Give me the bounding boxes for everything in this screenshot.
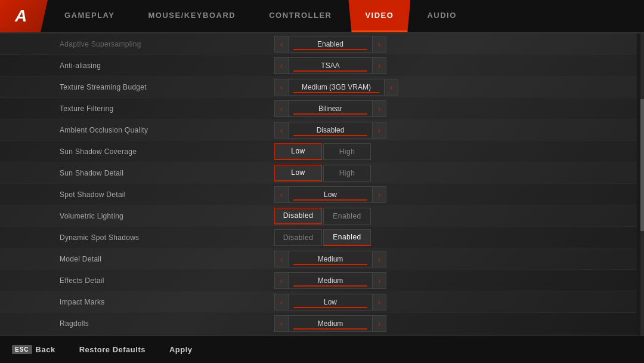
back-label: Back xyxy=(36,345,55,354)
underline-antialiasing xyxy=(293,70,367,72)
row-anti-aliasing: Anti-aliasing ‹ TSAA › xyxy=(0,55,637,76)
label-ambient-occlusion-quality: Ambient Occlusion Quality xyxy=(60,126,274,134)
label-spot-shadow-detail: Spot Shadow Detail xyxy=(60,190,274,199)
underline-ssd xyxy=(293,199,367,201)
value-antialiasing: TSAA xyxy=(293,61,367,70)
tab-video[interactable]: VIDEO xyxy=(348,0,410,32)
value-box-antialiasing: TSAA xyxy=(289,57,372,74)
arrow-left-aoq[interactable]: ‹ xyxy=(274,122,289,139)
arrow-left-ssd[interactable]: ‹ xyxy=(274,186,289,203)
arrow-right-antialiasing[interactable]: › xyxy=(372,57,386,74)
underline-adaptive xyxy=(293,49,367,50)
row-impact-marks: Impact Marks ‹ Low › xyxy=(0,291,637,313)
value-aoq: Disabled xyxy=(293,126,367,134)
value-box-tsb: Medium (3GB VRAM) xyxy=(289,79,384,96)
value-box-md: Medium xyxy=(289,251,372,267)
toggle-high-sun-shadow-coverage[interactable]: High xyxy=(323,143,371,160)
arrow-left-im[interactable]: ‹ xyxy=(274,294,289,310)
control-spot-shadow-detail: ‹ Low › xyxy=(274,186,386,203)
value-ed: Medium xyxy=(293,276,367,285)
row-spot-shadow-detail: Spot Shadow Detail ‹ Low › xyxy=(0,184,637,205)
label-texture-streaming-budget: Texture Streaming Budget xyxy=(60,83,274,91)
row-dynamic-spot-shadows: Dynamic Spot Shadows Disabled Enabled xyxy=(0,227,637,248)
row-texture-streaming-budget: Texture Streaming Budget ‹ Medium (3GB V… xyxy=(0,76,637,98)
toggle-disabled-dynamic-spot[interactable]: Disabled xyxy=(274,229,322,246)
toggle-enabled-volumetric[interactable]: Enabled xyxy=(323,208,371,224)
esc-badge: ESC xyxy=(12,345,32,354)
control-impact-marks: ‹ Low › xyxy=(274,294,386,310)
settings-list: Adaptive Supersampling ‹ Enabled › Anti-… xyxy=(0,33,637,334)
top-navigation: A GAMEPLAY MOUSE/KEYBOARD CONTROLLER VID… xyxy=(0,0,644,33)
value-tf: Bilinear xyxy=(293,104,367,113)
restore-defaults-button[interactable]: Restore Defaults xyxy=(79,345,145,354)
control-texture-filtering: ‹ Bilinear › xyxy=(274,100,386,117)
row-ambient-occlusion-quality: Ambient Occlusion Quality ‹ Disabled › xyxy=(0,119,637,141)
arrow-right-ed[interactable]: › xyxy=(372,272,386,289)
arrow-right-md[interactable]: › xyxy=(372,251,386,267)
toggle-low-sun-shadow-detail[interactable]: Low xyxy=(274,165,322,182)
label-sun-shadow-detail: Sun Shadow Detail xyxy=(60,169,274,177)
arrow-right-ragdolls[interactable]: › xyxy=(372,315,386,332)
label-anti-aliasing: Anti-aliasing xyxy=(60,61,274,70)
tab-gameplay[interactable]: GAMEPLAY xyxy=(48,0,131,32)
row-sun-shadow-detail: Sun Shadow Detail Low High xyxy=(0,162,637,184)
arrow-right-adaptive[interactable]: › xyxy=(372,36,386,53)
label-model-detail: Model Detail xyxy=(60,255,274,263)
arrow-right-aoq[interactable]: › xyxy=(372,122,386,139)
label-ragdolls: Ragdolls xyxy=(60,319,274,328)
toggle-disabled-volumetric[interactable]: Disabled xyxy=(274,208,322,224)
label-impact-marks: Impact Marks xyxy=(60,298,274,306)
value-box-ragdolls: Medium xyxy=(289,315,372,332)
value-ssd: Low xyxy=(293,190,367,199)
restore-defaults-label: Restore Defaults xyxy=(79,345,145,354)
value-box-adaptive: Enabled xyxy=(289,36,372,53)
value-box-ssd: Low xyxy=(289,186,372,203)
tab-controller[interactable]: CONTROLLER xyxy=(252,0,348,32)
arrow-left-ed[interactable]: ‹ xyxy=(274,272,289,289)
back-button[interactable]: ESC Back xyxy=(12,345,55,354)
underline-ragdolls xyxy=(293,328,367,330)
control-ambient-occlusion-quality: ‹ Disabled › xyxy=(274,122,386,139)
row-ragdolls: Ragdolls ‹ Medium › xyxy=(0,313,637,334)
row-effects-detail: Effects Detail ‹ Medium › xyxy=(0,270,637,291)
arrow-right-tsb[interactable]: › xyxy=(384,79,398,96)
label-texture-filtering: Texture Filtering xyxy=(60,104,274,113)
tab-audio[interactable]: AUDIO xyxy=(410,0,473,32)
apex-logo: A xyxy=(15,7,27,26)
control-adaptive-supersampling: ‹ Enabled › xyxy=(274,36,386,53)
label-adaptive-supersampling: Adaptive Supersampling xyxy=(60,40,274,48)
row-volumetric-lighting: Volumetric Lighting Disabled Enabled xyxy=(0,205,637,227)
arrow-right-im[interactable]: › xyxy=(372,294,386,310)
control-model-detail: ‹ Medium › xyxy=(274,251,386,267)
scrollbar[interactable] xyxy=(637,33,644,363)
row-texture-filtering: Texture Filtering ‹ Bilinear › xyxy=(0,98,637,119)
arrow-right-tf[interactable]: › xyxy=(372,100,386,117)
tab-mouse-keyboard[interactable]: MOUSE/KEYBOARD xyxy=(131,0,252,32)
value-im: Low xyxy=(293,298,367,306)
row-adaptive-supersampling: Adaptive Supersampling ‹ Enabled › xyxy=(0,33,637,55)
underline-tf xyxy=(293,113,367,115)
label-dynamic-spot-shadows: Dynamic Spot Shadows xyxy=(60,233,274,242)
logo-area: A xyxy=(0,0,48,32)
row-sun-shadow-coverage: Sun Shadow Coverage Low High xyxy=(0,141,637,162)
apply-label: Apply xyxy=(169,345,193,354)
value-tsb: Medium (3GB VRAM) xyxy=(293,83,379,91)
bottom-bar: ESC Back Restore Defaults Apply xyxy=(0,336,644,363)
arrow-left-tf[interactable]: ‹ xyxy=(274,100,289,117)
underline-aoq xyxy=(293,135,367,136)
arrow-left-tsb[interactable]: ‹ xyxy=(274,79,289,96)
row-model-detail: Model Detail ‹ Medium › xyxy=(0,248,637,270)
arrow-left-md[interactable]: ‹ xyxy=(274,251,289,267)
underline-im xyxy=(293,307,367,308)
arrow-left-antialiasing[interactable]: ‹ xyxy=(274,57,289,74)
arrow-left-adaptive[interactable]: ‹ xyxy=(274,36,289,53)
arrow-right-ssd[interactable]: › xyxy=(372,186,386,203)
toggle-low-sun-shadow-coverage[interactable]: Low xyxy=(274,143,322,160)
underline-tsb xyxy=(293,92,379,93)
toggle-high-sun-shadow-detail[interactable]: High xyxy=(323,165,371,182)
scrollbar-thumb[interactable] xyxy=(640,99,644,231)
value-box-ed: Medium xyxy=(289,272,372,289)
toggle-enabled-dynamic-spot[interactable]: Enabled xyxy=(323,229,371,246)
apply-button[interactable]: Apply xyxy=(169,345,193,354)
arrow-left-ragdolls[interactable]: ‹ xyxy=(274,315,289,332)
